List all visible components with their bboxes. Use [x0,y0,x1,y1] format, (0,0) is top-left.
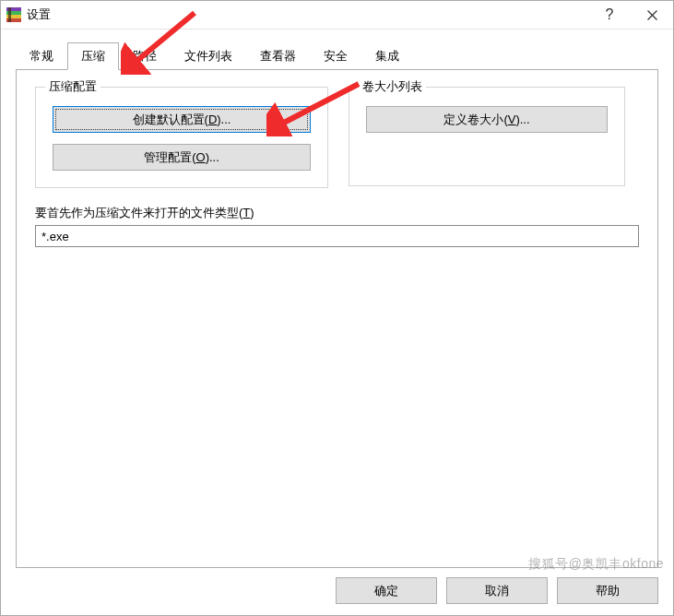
tab-path[interactable]: 路径 [119,42,171,69]
tab-filelist[interactable]: 文件列表 [171,42,246,69]
settings-dialog: 设置 ? 常规 压缩 路径 文件列表 查看器 安全 集成 压缩配置 创建默认配置… [0,0,674,616]
content-area: 常规 压缩 路径 文件列表 查看器 安全 集成 压缩配置 创建默认配置(D)..… [1,30,673,568]
group-title-right: 卷大小列表 [359,78,426,95]
tab-integration[interactable]: 集成 [361,42,413,69]
group-compression-profile: 压缩配置 创建默认配置(D)... 管理配置(O)... [35,87,328,188]
groupboxes-row: 压缩配置 创建默认配置(D)... 管理配置(O)... 卷大小列表 定义卷大小… [35,87,639,188]
close-button[interactable] [631,1,673,29]
create-default-profile-button[interactable]: 创建默认配置(D)... [53,106,311,133]
app-icon [6,7,21,22]
ok-button[interactable]: 确定 [336,577,437,604]
window-title: 设置 [27,6,588,23]
help-footer-button[interactable]: 帮助 [557,577,658,604]
tab-security[interactable]: 安全 [310,42,361,69]
tab-compression[interactable]: 压缩 [67,42,119,70]
tab-viewer[interactable]: 查看器 [246,42,310,69]
titlebar-controls: ? [588,1,673,29]
tab-panel: 压缩配置 创建默认配置(D)... 管理配置(O)... 卷大小列表 定义卷大小… [16,69,658,568]
tab-general[interactable]: 常规 [16,42,67,69]
filetypes-field-row: 要首先作为压缩文件来打开的文件类型(T) [35,205,639,247]
help-button[interactable]: ? [588,1,631,29]
close-icon [647,10,657,20]
svg-rect-4 [8,7,11,22]
group-title-left: 压缩配置 [45,78,101,95]
group-volume-sizes: 卷大小列表 定义卷大小(V)... [349,87,625,186]
footer-buttons: 确定 取消 帮助 [1,568,673,615]
tab-strip: 常规 压缩 路径 文件列表 查看器 安全 集成 [16,42,658,69]
titlebar: 设置 ? [1,1,673,30]
manage-profiles-button[interactable]: 管理配置(O)... [53,144,311,171]
filetypes-input[interactable] [35,225,639,247]
cancel-button[interactable]: 取消 [446,577,548,604]
define-volume-sizes-button[interactable]: 定义卷大小(V)... [366,106,608,133]
filetypes-label: 要首先作为压缩文件来打开的文件类型(T) [35,205,639,221]
